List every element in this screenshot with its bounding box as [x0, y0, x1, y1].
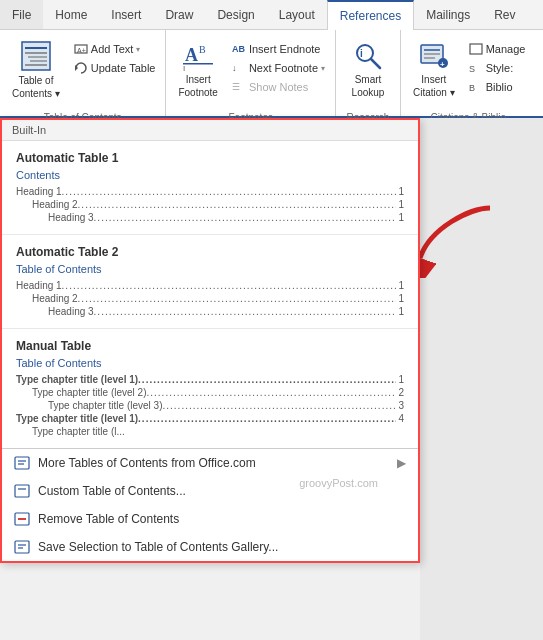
manage-sources-icon — [469, 42, 483, 56]
svg-rect-0 — [22, 42, 50, 70]
auto-table-1-entry-1: Heading 2...............................… — [16, 198, 404, 211]
citation-small-buttons: Manage S Style: B Biblio — [465, 34, 530, 96]
bibliography-label: Biblio — [486, 81, 513, 93]
bibliography-button[interactable]: B Biblio — [465, 78, 530, 96]
manual-num2: 2 — [398, 387, 404, 398]
auto-table-2[interactable]: Automatic Table 2 Table of Contents Head… — [2, 235, 418, 329]
more-tables-item[interactable]: More Tables of Contents from Office.com … — [2, 449, 418, 477]
save-selection-item[interactable]: Save Selection to Table of Contents Gall… — [2, 533, 418, 561]
next-footnote-button[interactable]: ↓ Next Footnote ▾ — [228, 59, 329, 77]
remove-toc-label: Remove Table of Contents — [38, 512, 179, 526]
menu-items: More Tables of Contents from Office.com … — [2, 448, 418, 561]
smart-lookup-label: SmartLookup — [352, 73, 385, 99]
insert-footnote-button[interactable]: A B I InsertFootnote — [172, 34, 223, 106]
smart-lookup-button[interactable]: i SmartLookup — [342, 34, 394, 106]
auto-table-1-entry-2: Heading 3...............................… — [16, 211, 404, 224]
update-table-icon — [74, 61, 88, 75]
svg-rect-11 — [183, 63, 213, 65]
right-panel — [420, 118, 543, 640]
insert-citation-label: InsertCitation ▾ — [413, 73, 455, 99]
manual-num4: 4 — [398, 413, 404, 424]
auto-table-1-heading1: Heading 1...............................… — [16, 186, 396, 197]
auto-table-2-entry-1: Heading 2...............................… — [16, 292, 404, 305]
auto-table-2-num1: 1 — [398, 280, 404, 291]
red-arrow-container — [410, 198, 510, 281]
bibliography-icon: B — [469, 80, 483, 94]
toc-group: Table ofContents ▾ A+ Add Text ▾ Update … — [0, 30, 166, 116]
add-text-button[interactable]: A+ Add Text ▾ — [70, 40, 160, 58]
manual-entry-0: Type chapter title (level 1)............… — [16, 373, 404, 386]
save-selection-label: Save Selection to Table of Contents Gall… — [38, 540, 278, 554]
auto-table-1[interactable]: Automatic Table 1 Contents Heading 1....… — [2, 141, 418, 235]
tab-draw[interactable]: Draw — [153, 0, 205, 29]
insert-endnote-button[interactable]: AB Insert Endnote — [228, 40, 329, 58]
auto-table-2-heading1: Heading 1...............................… — [16, 280, 396, 291]
svg-rect-31 — [15, 485, 29, 497]
auto-table-1-entry-0: Heading 1...............................… — [16, 185, 404, 198]
auto-table-1-num3: 1 — [398, 212, 404, 223]
insert-citation-icon: + — [419, 41, 449, 71]
tab-review[interactable]: Rev — [482, 0, 527, 29]
manual-table[interactable]: Manual Table Table of Contents Type chap… — [2, 329, 418, 448]
toc-button-label: Table ofContents ▾ — [12, 74, 60, 100]
tab-home[interactable]: Home — [43, 0, 99, 29]
show-notes-button[interactable]: ☰ Show Notes — [228, 78, 329, 96]
tab-layout[interactable]: Layout — [267, 0, 327, 29]
save-selection-icon — [14, 539, 30, 555]
add-text-chevron: ▾ — [136, 45, 140, 54]
built-in-label: Built-In — [2, 120, 418, 141]
footnotes-group-body: A B I InsertFootnote AB Insert Endnote ↓… — [166, 30, 335, 110]
manual-heading2: Type chapter title (level 2)............… — [32, 387, 396, 398]
insert-footnote-icon: A B I — [183, 41, 213, 71]
style-button[interactable]: S Style: — [465, 59, 530, 77]
insert-footnote-label: InsertFootnote — [178, 73, 217, 99]
left-panel: Built-In Automatic Table 1 Contents Head… — [0, 118, 420, 640]
add-text-icon: A+ — [74, 42, 88, 56]
manual-entry-3: Type chapter title (level 1)............… — [16, 412, 404, 425]
footnotes-group: A B I InsertFootnote AB Insert Endnote ↓… — [166, 30, 336, 116]
tab-design[interactable]: Design — [205, 0, 266, 29]
show-notes-icon: ☰ — [232, 80, 246, 94]
tab-mailings[interactable]: Mailings — [414, 0, 482, 29]
auto-table-1-title: Automatic Table 1 — [16, 151, 404, 165]
update-table-button[interactable]: Update Table — [70, 59, 160, 77]
style-label: Style: — [486, 62, 514, 74]
tab-file[interactable]: File — [0, 0, 43, 29]
remove-toc-item[interactable]: Remove Table of Contents — [2, 505, 418, 533]
manage-sources-button[interactable]: Manage — [465, 40, 530, 58]
manual-table-subtitle: Table of Contents — [16, 357, 404, 369]
manual-entry-1: Type chapter title (level 2)............… — [16, 386, 404, 399]
svg-line-17 — [371, 59, 380, 68]
insert-endnote-icon: AB — [232, 42, 246, 56]
svg-rect-25 — [470, 44, 482, 54]
style-icon: S — [469, 61, 483, 75]
auto-table-2-num3: 1 — [398, 306, 404, 317]
toc-button[interactable]: Table ofContents ▾ — [6, 34, 66, 106]
svg-text:+: + — [440, 60, 445, 69]
svg-text:A+: A+ — [77, 47, 86, 54]
tab-bar: File Home Insert Draw Design Layout Refe… — [0, 0, 543, 30]
citations-group: + InsertCitation ▾ Manage S Style: B — [401, 30, 535, 116]
svg-text:S: S — [469, 64, 475, 74]
svg-text:I: I — [183, 64, 185, 71]
svg-text:↓: ↓ — [232, 63, 237, 73]
svg-text:B: B — [469, 83, 475, 93]
auto-table-2-heading2: Heading 2...............................… — [32, 293, 396, 304]
custom-toc-icon — [14, 483, 30, 499]
svg-rect-35 — [15, 541, 29, 553]
auto-table-1-num1: 1 — [398, 186, 404, 197]
toc-small-buttons: A+ Add Text ▾ Update Table — [70, 34, 160, 77]
manual-entry-4: Type chapter title (l... — [16, 425, 404, 438]
svg-text:AB: AB — [232, 44, 245, 54]
main-area: Built-In Automatic Table 1 Contents Head… — [0, 118, 543, 640]
more-tables-icon — [14, 455, 30, 471]
tab-insert[interactable]: Insert — [99, 0, 153, 29]
auto-table-2-entry-2: Heading 3...............................… — [16, 305, 404, 318]
manual-heading1: Type chapter title (level 1)............… — [16, 374, 396, 385]
custom-toc-item[interactable]: Custom Table of Contents... — [2, 477, 418, 505]
citations-group-body: + InsertCitation ▾ Manage S Style: B — [401, 30, 535, 110]
toc-icon — [20, 40, 52, 72]
remove-toc-icon — [14, 511, 30, 527]
insert-citation-button[interactable]: + InsertCitation ▾ — [407, 34, 461, 106]
tab-references[interactable]: References — [327, 0, 414, 30]
